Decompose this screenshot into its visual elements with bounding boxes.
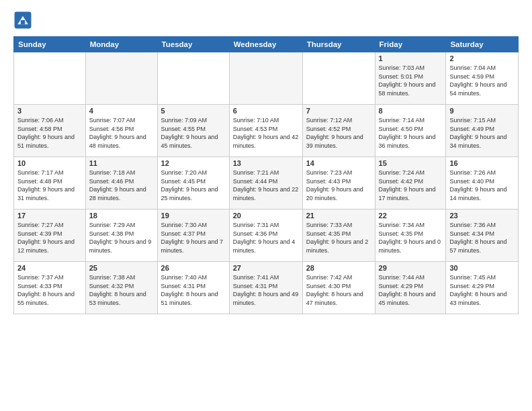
day-info: Sunrise: 7:09 AM Sunset: 4:55 PM Dayligh… [161, 116, 226, 150]
day-info: Sunrise: 7:42 AM Sunset: 4:30 PM Dayligh… [306, 273, 371, 307]
calendar-cell: 17Sunrise: 7:27 AM Sunset: 4:39 PM Dayli… [14, 210, 86, 262]
calendar-cell: 2Sunrise: 7:04 AM Sunset: 4:59 PM Daylig… [446, 52, 519, 105]
day-info: Sunrise: 7:06 AM Sunset: 4:58 PM Dayligh… [17, 116, 82, 150]
calendar-week-row: 17Sunrise: 7:27 AM Sunset: 4:39 PM Dayli… [14, 210, 519, 262]
calendar-cell: 26Sunrise: 7:40 AM Sunset: 4:31 PM Dayli… [157, 262, 229, 314]
day-info: Sunrise: 7:15 AM Sunset: 4:49 PM Dayligh… [449, 116, 515, 150]
weekday-header: Friday [375, 37, 446, 52]
calendar-cell: 16Sunrise: 7:26 AM Sunset: 4:40 PM Dayli… [446, 157, 519, 210]
day-info: Sunrise: 7:45 AM Sunset: 4:29 PM Dayligh… [449, 273, 515, 307]
calendar-cell: 5Sunrise: 7:09 AM Sunset: 4:55 PM Daylig… [157, 105, 229, 157]
day-info: Sunrise: 7:18 AM Sunset: 4:46 PM Dayligh… [89, 169, 154, 202]
calendar-cell: 12Sunrise: 7:20 AM Sunset: 4:45 PM Dayli… [157, 157, 229, 210]
calendar-cell: 19Sunrise: 7:30 AM Sunset: 4:37 PM Dayli… [157, 210, 229, 262]
calendar-week-row: 10Sunrise: 7:17 AM Sunset: 4:48 PM Dayli… [14, 157, 519, 210]
day-number: 23 [449, 212, 515, 220]
calendar-cell: 29Sunrise: 7:44 AM Sunset: 4:29 PM Dayli… [375, 262, 446, 314]
day-info: Sunrise: 7:29 AM Sunset: 4:38 PM Dayligh… [89, 221, 154, 255]
logo [13, 11, 35, 30]
day-number: 21 [306, 212, 371, 220]
calendar-cell: 23Sunrise: 7:36 AM Sunset: 4:34 PM Dayli… [446, 210, 519, 262]
calendar-cell: 3Sunrise: 7:06 AM Sunset: 4:58 PM Daylig… [14, 105, 86, 157]
day-number: 12 [161, 159, 226, 167]
logo-icon [13, 11, 32, 30]
calendar-cell [157, 52, 229, 105]
calendar-cell: 8Sunrise: 7:14 AM Sunset: 4:50 PM Daylig… [375, 105, 446, 157]
weekday-header: Saturday [446, 37, 519, 52]
day-number: 2 [449, 54, 515, 62]
calendar-cell: 24Sunrise: 7:37 AM Sunset: 4:33 PM Dayli… [14, 262, 86, 314]
day-info: Sunrise: 7:36 AM Sunset: 4:34 PM Dayligh… [449, 221, 515, 255]
calendar-cell: 21Sunrise: 7:33 AM Sunset: 4:35 PM Dayli… [302, 210, 375, 262]
day-number: 1 [379, 54, 443, 62]
weekday-header: Tuesday [157, 37, 229, 52]
calendar-header-row: SundayMondayTuesdayWednesdayThursdayFrid… [14, 37, 519, 52]
calendar-cell: 4Sunrise: 7:07 AM Sunset: 4:56 PM Daylig… [85, 105, 157, 157]
day-number: 16 [449, 159, 515, 167]
day-number: 28 [306, 264, 371, 272]
calendar-cell: 22Sunrise: 7:34 AM Sunset: 4:35 PM Dayli… [375, 210, 446, 262]
calendar-cell: 1Sunrise: 7:03 AM Sunset: 5:01 PM Daylig… [375, 52, 446, 105]
day-number: 26 [161, 264, 226, 272]
day-number: 17 [17, 212, 82, 220]
day-number: 9 [449, 107, 515, 115]
calendar-cell: 18Sunrise: 7:29 AM Sunset: 4:38 PM Dayli… [85, 210, 157, 262]
calendar-cell: 25Sunrise: 7:38 AM Sunset: 4:32 PM Dayli… [85, 262, 157, 314]
day-info: Sunrise: 7:07 AM Sunset: 4:56 PM Dayligh… [89, 116, 154, 150]
calendar-cell [229, 52, 302, 105]
calendar-cell: 6Sunrise: 7:10 AM Sunset: 4:53 PM Daylig… [229, 105, 302, 157]
day-info: Sunrise: 7:10 AM Sunset: 4:53 PM Dayligh… [233, 116, 299, 150]
day-info: Sunrise: 7:31 AM Sunset: 4:36 PM Dayligh… [233, 221, 299, 255]
day-number: 24 [17, 264, 82, 272]
day-info: Sunrise: 7:26 AM Sunset: 4:40 PM Dayligh… [449, 169, 515, 202]
day-number: 3 [17, 107, 82, 115]
day-number: 14 [306, 159, 371, 167]
day-number: 8 [379, 107, 443, 115]
day-info: Sunrise: 7:12 AM Sunset: 4:52 PM Dayligh… [306, 116, 371, 150]
calendar-table: SundayMondayTuesdayWednesdayThursdayFrid… [13, 36, 519, 314]
day-info: Sunrise: 7:24 AM Sunset: 4:42 PM Dayligh… [379, 169, 443, 202]
day-info: Sunrise: 7:38 AM Sunset: 4:32 PM Dayligh… [89, 273, 154, 307]
weekday-header: Sunday [14, 37, 86, 52]
calendar-cell [302, 52, 375, 105]
day-number: 30 [449, 264, 515, 272]
day-info: Sunrise: 7:23 AM Sunset: 4:43 PM Dayligh… [306, 169, 371, 202]
day-number: 19 [161, 212, 226, 220]
day-info: Sunrise: 7:17 AM Sunset: 4:48 PM Dayligh… [17, 169, 82, 202]
day-info: Sunrise: 7:41 AM Sunset: 4:31 PM Dayligh… [233, 273, 299, 307]
day-number: 27 [233, 264, 299, 272]
day-info: Sunrise: 7:37 AM Sunset: 4:33 PM Dayligh… [17, 273, 82, 307]
day-info: Sunrise: 7:30 AM Sunset: 4:37 PM Dayligh… [161, 221, 226, 255]
calendar-cell: 10Sunrise: 7:17 AM Sunset: 4:48 PM Dayli… [14, 157, 86, 210]
day-info: Sunrise: 7:44 AM Sunset: 4:29 PM Dayligh… [379, 273, 443, 307]
calendar-cell: 27Sunrise: 7:41 AM Sunset: 4:31 PM Dayli… [229, 262, 302, 314]
day-number: 4 [89, 107, 154, 115]
day-info: Sunrise: 7:33 AM Sunset: 4:35 PM Dayligh… [306, 221, 371, 255]
day-info: Sunrise: 7:14 AM Sunset: 4:50 PM Dayligh… [379, 116, 443, 150]
day-number: 15 [379, 159, 443, 167]
weekday-header: Thursday [302, 37, 375, 52]
day-number: 6 [233, 107, 299, 115]
calendar-cell [14, 52, 86, 105]
day-number: 18 [89, 212, 154, 220]
calendar-cell [85, 52, 157, 105]
weekday-header: Monday [85, 37, 157, 52]
calendar-week-row: 1Sunrise: 7:03 AM Sunset: 5:01 PM Daylig… [14, 52, 519, 105]
calendar-cell: 14Sunrise: 7:23 AM Sunset: 4:43 PM Dayli… [302, 157, 375, 210]
calendar-cell: 15Sunrise: 7:24 AM Sunset: 4:42 PM Dayli… [375, 157, 446, 210]
day-number: 22 [379, 212, 443, 220]
day-number: 29 [379, 264, 443, 272]
day-info: Sunrise: 7:40 AM Sunset: 4:31 PM Dayligh… [161, 273, 226, 307]
day-number: 11 [89, 159, 154, 167]
day-info: Sunrise: 7:34 AM Sunset: 4:35 PM Dayligh… [379, 221, 443, 255]
calendar-cell: 20Sunrise: 7:31 AM Sunset: 4:36 PM Dayli… [229, 210, 302, 262]
page-header [13, 11, 519, 30]
day-info: Sunrise: 7:03 AM Sunset: 5:01 PM Dayligh… [379, 64, 443, 97]
day-info: Sunrise: 7:27 AM Sunset: 4:39 PM Dayligh… [17, 221, 82, 255]
day-info: Sunrise: 7:20 AM Sunset: 4:45 PM Dayligh… [161, 169, 226, 202]
calendar-week-row: 24Sunrise: 7:37 AM Sunset: 4:33 PM Dayli… [14, 262, 519, 314]
calendar-cell: 9Sunrise: 7:15 AM Sunset: 4:49 PM Daylig… [446, 105, 519, 157]
calendar-week-row: 3Sunrise: 7:06 AM Sunset: 4:58 PM Daylig… [14, 105, 519, 157]
calendar-cell: 11Sunrise: 7:18 AM Sunset: 4:46 PM Dayli… [85, 157, 157, 210]
calendar-cell: 30Sunrise: 7:45 AM Sunset: 4:29 PM Dayli… [446, 262, 519, 314]
